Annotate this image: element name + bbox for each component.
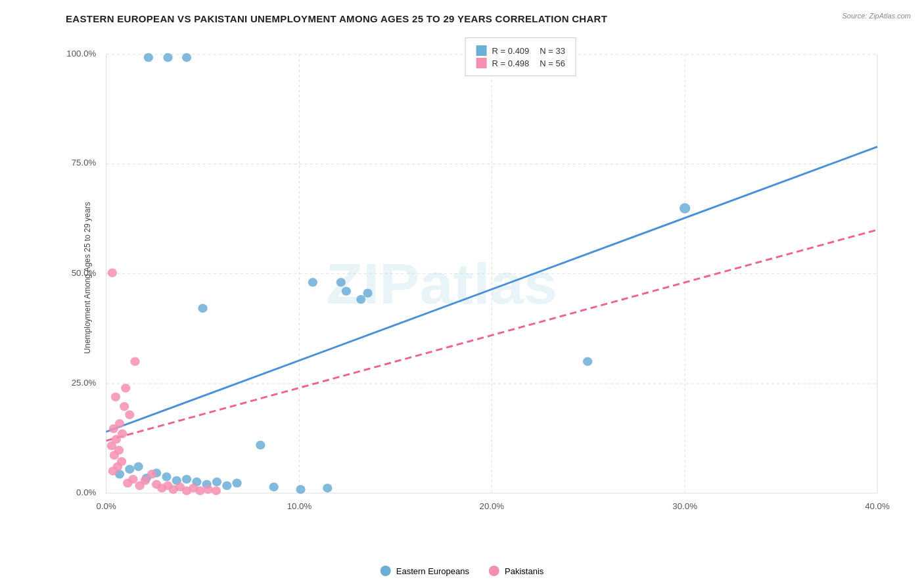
chart-area: Unemployment Among Ages 25 to 29 years 0… xyxy=(53,31,911,525)
pakistanis-color xyxy=(489,566,499,576)
legend-pink-r: R = 0.498 xyxy=(492,58,530,68)
svg-point-23 xyxy=(144,53,153,62)
legend-pakistanis: Pakistanis xyxy=(489,566,543,576)
svg-point-24 xyxy=(163,53,172,62)
legend-row-pink: R = 0.498 N = 56 xyxy=(476,58,565,68)
chart-title: EASTERN EUROPEAN VS PAKISTANI UNEMPLOYME… xyxy=(66,13,911,24)
svg-point-79 xyxy=(111,393,120,401)
svg-point-44 xyxy=(222,481,231,489)
svg-text:0.0%: 0.0% xyxy=(76,487,96,497)
svg-point-32 xyxy=(256,441,265,449)
source-text: Source: ZipAtlas.com xyxy=(842,12,911,20)
svg-point-40 xyxy=(182,475,191,484)
svg-point-30 xyxy=(363,288,372,297)
svg-point-25 xyxy=(182,53,191,62)
svg-text:0.0%: 0.0% xyxy=(97,501,116,511)
svg-point-49 xyxy=(583,357,592,366)
svg-point-77 xyxy=(108,269,117,277)
legend-pink-n: N = 56 xyxy=(540,58,565,68)
svg-point-75 xyxy=(125,410,134,418)
eastern-europeans-label: Eastern Europeans xyxy=(396,566,469,576)
svg-point-80 xyxy=(130,357,139,366)
legend-blue-color xyxy=(476,45,487,56)
svg-point-64 xyxy=(141,476,150,485)
svg-point-53 xyxy=(117,457,126,466)
svg-point-62 xyxy=(128,475,137,484)
svg-point-65 xyxy=(147,470,156,478)
svg-point-26 xyxy=(198,304,207,313)
legend-pink-color xyxy=(476,58,487,68)
svg-point-73 xyxy=(195,486,204,495)
svg-text:20.0%: 20.0% xyxy=(480,501,505,511)
svg-text:10.0%: 10.0% xyxy=(287,501,312,511)
svg-point-46 xyxy=(269,482,279,491)
svg-point-58 xyxy=(118,429,127,438)
svg-point-81 xyxy=(212,486,221,495)
svg-point-47 xyxy=(296,485,305,493)
svg-point-78 xyxy=(121,384,130,392)
legend-eastern-europeans: Eastern Europeans xyxy=(381,566,469,576)
pakistanis-label: Pakistanis xyxy=(505,566,543,576)
svg-point-28 xyxy=(336,278,346,286)
svg-point-29 xyxy=(342,286,351,295)
svg-text:40.0%: 40.0% xyxy=(865,501,890,511)
svg-point-38 xyxy=(162,472,171,481)
svg-text:100.0%: 100.0% xyxy=(66,49,96,58)
eastern-europeans-color xyxy=(381,566,391,576)
svg-point-27 xyxy=(308,278,317,286)
bottom-legend: Eastern Europeans Pakistanis xyxy=(381,566,544,576)
svg-point-35 xyxy=(133,462,143,471)
svg-point-43 xyxy=(212,478,221,486)
legend-box: R = 0.409 N = 33 R = 0.498 N = 56 xyxy=(465,37,576,76)
legend-blue-r: R = 0.409 xyxy=(492,46,530,56)
svg-point-45 xyxy=(232,479,241,487)
svg-point-50 xyxy=(680,203,690,213)
svg-text:50.0%: 50.0% xyxy=(72,268,97,278)
svg-text:75.0%: 75.0% xyxy=(72,158,97,168)
svg-point-31 xyxy=(356,295,365,304)
svg-text:25.0%: 25.0% xyxy=(72,378,97,388)
svg-point-76 xyxy=(120,402,129,411)
chart-container: EASTERN EUROPEAN VS PAKISTANI UNEMPLOYME… xyxy=(0,0,924,586)
svg-point-34 xyxy=(125,464,134,473)
legend-blue-n: N = 33 xyxy=(540,46,565,56)
svg-point-48 xyxy=(323,484,332,492)
legend-row-blue: R = 0.409 N = 33 xyxy=(476,45,565,56)
svg-text:ZIPatlas: ZIPatlas xyxy=(326,252,557,315)
chart-svg: 0.0% 25.0% 50.0% 75.0% 100.0% 0.0% 10.0%… xyxy=(53,31,911,525)
svg-point-74 xyxy=(204,485,213,493)
svg-text:30.0%: 30.0% xyxy=(672,501,697,511)
svg-point-60 xyxy=(115,419,124,428)
